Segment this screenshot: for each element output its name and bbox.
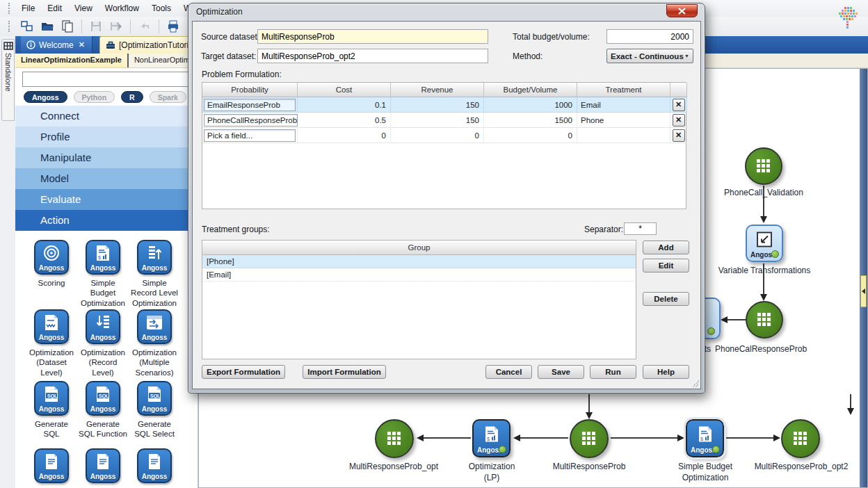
node-optimization-lp[interactable]: $ Angoss bbox=[472, 419, 511, 457]
save-all-icon[interactable] bbox=[108, 18, 124, 35]
budget-cell[interactable]: 1500 bbox=[484, 113, 577, 128]
run-button[interactable]: Run bbox=[590, 365, 636, 379]
menu-edit[interactable]: Edit bbox=[41, 1, 68, 15]
palette-item-document-2[interactable]: Angoss bbox=[86, 448, 120, 483]
dialog-title-bar[interactable]: Optimization bbox=[188, 3, 705, 21]
node-multiresponseprob[interactable] bbox=[570, 419, 609, 458]
column-header[interactable]: Revenue bbox=[391, 83, 484, 97]
subtab-linear-optimization[interactable]: LinearOptimizationExample bbox=[15, 54, 129, 67]
palette-item-optimization-dataset-level[interactable]: Angoss bbox=[34, 309, 69, 344]
column-header[interactable]: Probability bbox=[202, 83, 298, 97]
cost-cell[interactable]: 0.1 bbox=[298, 97, 391, 113]
separator-input[interactable] bbox=[624, 222, 657, 235]
group-row[interactable]: [Email] bbox=[202, 268, 636, 282]
import-formulation-button[interactable]: Import Formulation bbox=[303, 365, 386, 379]
node-partially-hidden[interactable] bbox=[704, 298, 721, 339]
treatment-cell[interactable]: Email bbox=[577, 97, 670, 113]
palette-item-generate-sql-select[interactable]: SQL Angoss bbox=[137, 381, 172, 416]
budget-cell[interactable]: 1000 bbox=[484, 97, 577, 113]
column-header[interactable]: Treatment bbox=[577, 83, 670, 97]
dialog-close-button[interactable] bbox=[666, 4, 698, 17]
formulation-row[interactable]: Pick a field... 0 0 0 ✕ bbox=[202, 128, 686, 143]
cost-cell[interactable]: 0 bbox=[298, 128, 391, 143]
treatment-cell[interactable]: Phone bbox=[577, 113, 670, 128]
palette-item-document-1[interactable]: Angoss bbox=[34, 448, 69, 483]
open-icon[interactable] bbox=[39, 18, 56, 35]
formulation-row[interactable]: EmailResponseProb 0.1 150 1000 Email ✕ bbox=[202, 97, 686, 113]
dataset-doc-icon bbox=[43, 311, 60, 334]
add-button[interactable]: Add bbox=[643, 241, 689, 254]
method-select[interactable]: Exact - Continuous ▼ bbox=[606, 49, 693, 63]
tab-welcome[interactable]: Welcome ✕ bbox=[21, 36, 93, 54]
delete-button[interactable]: Delete bbox=[643, 292, 689, 306]
filter-spark[interactable]: Spark bbox=[150, 91, 186, 103]
target-dataset-input[interactable] bbox=[257, 49, 488, 63]
group-column-header[interactable]: Group bbox=[202, 241, 636, 255]
filter-python[interactable]: Python bbox=[74, 91, 115, 103]
right-panel-splitter[interactable] bbox=[860, 69, 867, 487]
vendor-badge: Angoss bbox=[90, 405, 116, 414]
budget-cell[interactable]: 0 bbox=[484, 128, 577, 143]
revenue-cell[interactable]: 150 bbox=[391, 113, 484, 128]
menu-file[interactable]: File bbox=[15, 1, 41, 15]
menu-workflow[interactable]: Workflow bbox=[99, 1, 145, 15]
menu-view[interactable]: View bbox=[68, 1, 99, 15]
category-manipulate[interactable]: Manipulate bbox=[15, 147, 197, 168]
splitter-handle[interactable] bbox=[860, 275, 867, 307]
revenue-cell[interactable]: 0 bbox=[391, 128, 484, 143]
palette-item-optimization-multiple-scenarios[interactable]: Angoss bbox=[137, 309, 172, 344]
sql-doc-icon: SQL bbox=[95, 382, 111, 405]
probability-field-picker[interactable]: Pick a field... bbox=[204, 129, 296, 142]
category-connect[interactable]: Connect bbox=[15, 106, 197, 127]
node-multiresponseprob-opt[interactable] bbox=[375, 419, 414, 458]
status-dot-icon bbox=[499, 446, 506, 453]
probability-field-picker[interactable]: PhoneCallResponseProb bbox=[204, 114, 298, 127]
filter-angoss[interactable]: Angoss bbox=[24, 91, 67, 103]
probability-field-picker[interactable]: EmailResponseProb bbox=[204, 99, 296, 111]
category-evaluate[interactable]: Evaluate bbox=[15, 189, 197, 210]
resize-grip[interactable] bbox=[692, 380, 699, 387]
node-phonecal-responseprob[interactable] bbox=[746, 301, 783, 339]
category-model[interactable]: Model bbox=[15, 168, 197, 189]
revenue-cell[interactable]: 150 bbox=[391, 97, 484, 113]
cancel-button[interactable]: Cancel bbox=[485, 365, 532, 379]
formulation-row[interactable]: PhoneCallResponseProb 0.5 150 1500 Phone… bbox=[202, 113, 686, 128]
column-header[interactable]: Cost bbox=[298, 83, 391, 97]
palette-item-simple-budget-optimization[interactable]: $ Angoss bbox=[86, 240, 120, 275]
node-variable-transformations[interactable]: Angoss bbox=[746, 225, 783, 262]
export-formulation-button[interactable]: Export Formulation bbox=[202, 365, 285, 379]
node-phonecall-validation[interactable] bbox=[745, 147, 782, 185]
total-budget-input[interactable] bbox=[606, 29, 693, 44]
palette-search-input[interactable] bbox=[22, 72, 189, 87]
dock-tab-standalone[interactable]: Standalone bbox=[1, 39, 15, 121]
treatment-cell[interactable] bbox=[577, 128, 670, 143]
palette-item-generate-sql-function[interactable]: SQL Angoss bbox=[86, 381, 120, 416]
node-simple-budget-optimization[interactable]: $ Angoss bbox=[686, 419, 724, 457]
save-icon[interactable] bbox=[88, 18, 104, 35]
palette-item-optimization-record-level[interactable]: Angoss bbox=[86, 309, 120, 344]
filter-r[interactable]: R bbox=[121, 91, 143, 103]
palette-item-document-3[interactable]: Angoss bbox=[137, 448, 172, 483]
palette-item-scoring[interactable]: Angoss bbox=[34, 240, 69, 275]
save-button[interactable]: Save bbox=[538, 365, 584, 379]
node-multiresponseprob-opt2[interactable] bbox=[781, 419, 820, 458]
print-icon[interactable] bbox=[165, 18, 182, 35]
delete-row-button[interactable]: ✕ bbox=[673, 129, 685, 142]
source-dataset-input[interactable] bbox=[257, 29, 488, 44]
new-workflow-icon[interactable] bbox=[19, 18, 35, 35]
delete-row-button[interactable]: ✕ bbox=[673, 99, 685, 111]
group-row[interactable]: [Phone] bbox=[202, 255, 636, 268]
delete-row-button[interactable]: ✕ bbox=[673, 114, 685, 127]
palette-item-simple-record-level-optimization[interactable]: Angoss bbox=[137, 240, 172, 275]
cost-cell[interactable]: 0.5 bbox=[298, 113, 391, 128]
copy-icon[interactable] bbox=[59, 18, 76, 35]
palette-item-generate-sql[interactable]: SQL Angoss bbox=[34, 381, 69, 416]
tab-close-icon[interactable]: ✕ bbox=[77, 40, 86, 49]
undo-icon[interactable] bbox=[136, 18, 153, 35]
column-header[interactable]: Budget/Volume bbox=[484, 83, 577, 97]
menu-tools[interactable]: Tools bbox=[145, 1, 177, 15]
edit-button[interactable]: Edit bbox=[643, 259, 689, 273]
help-button[interactable]: Help bbox=[643, 365, 689, 379]
category-profile[interactable]: Profile bbox=[15, 127, 197, 147]
category-action[interactable]: Action bbox=[15, 210, 197, 231]
